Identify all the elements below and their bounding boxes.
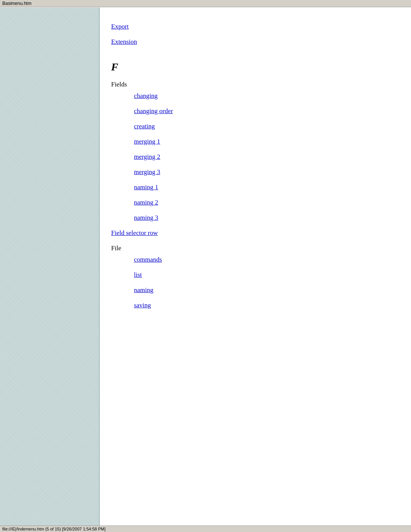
export-link[interactable]: Export [111,23,400,30]
main-content: Export Extension F Fields changing chang… [100,8,411,324]
section-f: F Fields changing changing order creatin… [111,61,400,309]
fields-merging2-link[interactable]: merging 2 [134,153,400,161]
section-letter-f: F [111,61,400,73]
fields-creating-link[interactable]: creating [134,123,400,130]
fields-changing-link[interactable]: changing [134,92,400,100]
fields-naming2-link[interactable]: naming 2 [134,199,400,206]
title-bar-text: Basimenu.htm [2,1,32,6]
file-saving-link[interactable]: saving [134,302,400,309]
fields-category-label: Fields [111,81,400,88]
fields-naming1-link[interactable]: naming 1 [134,184,400,191]
file-list-link[interactable]: list [134,271,400,279]
field-selector-row-link[interactable]: Field selector row [111,229,400,237]
file-category-label: File [111,244,400,252]
status-bar-text: file:///E|/Indemenu.htm (5 of 15) [9/26/… [2,527,105,531]
file-commands-link[interactable]: commands [134,256,400,264]
fields-merging1-link[interactable]: merging 1 [134,138,400,145]
extension-link[interactable]: Extension [111,38,400,46]
fields-sub-links: changing changing order creating merging… [134,92,400,222]
file-sub-links: commands list naming saving [134,256,400,309]
fields-changing-order-link[interactable]: changing order [134,107,400,115]
fields-merging3-link[interactable]: merging 3 [134,168,400,176]
title-bar: Basimenu.htm [0,0,411,7]
sidebar [0,8,100,526]
file-naming-link[interactable]: naming [134,286,400,294]
fields-naming3-link[interactable]: naming 3 [134,214,400,222]
top-links-section: Export Extension [111,23,400,46]
status-bar: file:///E|/Indemenu.htm (5 of 15) [9/26/… [0,526,411,532]
